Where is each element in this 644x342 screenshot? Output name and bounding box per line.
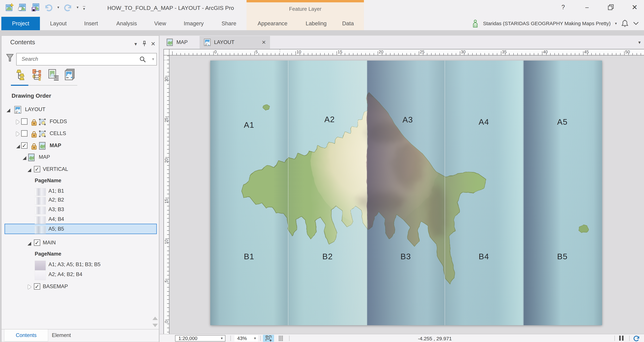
- bottom-tab-contents[interactable]: Contents: [4, 329, 48, 341]
- legend-row[interactable]: A1; B1: [2, 187, 159, 196]
- checkbox-checked[interactable]: ✓: [34, 283, 40, 290]
- legend-row[interactable]: A3; B3: [2, 205, 159, 215]
- legend-label[interactable]: A2; A4; B2; B4: [48, 271, 82, 277]
- undo-dropdown-caret[interactable]: ▾: [57, 6, 59, 9]
- tree-row-main[interactable]: ✓ MAIN: [2, 238, 159, 248]
- close-panel-icon[interactable]: ✕: [150, 41, 156, 47]
- bottom-tab-element[interactable]: Element: [52, 329, 71, 341]
- account-name[interactable]: Staridas (STARIDAS GEOGRAPHY Making Maps…: [483, 21, 611, 26]
- expander-open-icon[interactable]: [28, 242, 31, 245]
- legend-label[interactable]: A3; B3: [48, 206, 64, 212]
- expander-closed-icon[interactable]: [16, 132, 20, 136]
- legend-row[interactable]: A4; B4: [2, 215, 159, 225]
- undo-icon[interactable]: [44, 3, 53, 12]
- tree-label[interactable]: BASEMAP: [43, 283, 68, 289]
- pin-icon[interactable]: [141, 41, 148, 47]
- account-dropdown-caret[interactable]: ▾: [615, 22, 617, 25]
- view-tab-label[interactable]: MAP: [176, 39, 188, 45]
- tree-row-map-frame[interactable]: ✓ MAP: [2, 141, 159, 151]
- zoom-dropdown-caret[interactable]: ▾: [254, 336, 256, 340]
- expander-open-icon[interactable]: [28, 168, 31, 172]
- tree-label[interactable]: MAIN: [43, 240, 56, 246]
- tree-row-map[interactable]: MAP: [2, 153, 159, 163]
- customize-qat-icon[interactable]: –▾: [83, 5, 85, 10]
- refresh-icon[interactable]: [633, 335, 640, 342]
- tree-row-layout[interactable]: LAYOUT: [2, 105, 159, 115]
- snap-to-layout-button[interactable]: [263, 335, 274, 342]
- tree-row-folds[interactable]: FOLDS: [2, 117, 159, 127]
- notifications-bell-icon[interactable]: [621, 20, 628, 28]
- legend-row[interactable]: A2; B2: [2, 196, 159, 205]
- view-element-list-icon[interactable]: [48, 69, 60, 81]
- tab-overflow-caret[interactable]: ▾: [638, 40, 641, 45]
- scale-combobox[interactable]: 1:20,000 ▾: [175, 335, 226, 341]
- close-view-tab-icon[interactable]: ✕: [262, 39, 266, 46]
- close-button[interactable]: ✕: [629, 2, 640, 12]
- search-icon[interactable]: [139, 56, 146, 63]
- redo-icon[interactable]: [64, 3, 72, 12]
- checkbox-checked[interactable]: ✓: [21, 142, 28, 149]
- expander-open-icon[interactable]: [16, 145, 20, 148]
- tree-label[interactable]: VERTICAL: [43, 166, 68, 172]
- legend-row[interactable]: A1; A3; A5; B1; B3; B5: [2, 260, 159, 270]
- checkbox-unchecked[interactable]: [21, 118, 28, 125]
- checkbox-checked[interactable]: ✓: [34, 166, 40, 172]
- view-pages-icon[interactable]: [64, 69, 76, 81]
- save-project-icon[interactable]: [31, 3, 40, 12]
- tab-imagery[interactable]: Imagery: [178, 17, 210, 30]
- search-input[interactable]: Search ▾: [16, 53, 157, 66]
- tab-analysis[interactable]: Analysis: [111, 17, 142, 30]
- tree-row-vertical[interactable]: ✓ VERTICAL: [2, 165, 159, 175]
- scale-dropdown-caret[interactable]: ▾: [221, 336, 223, 340]
- tree-label[interactable]: LAYOUT: [25, 106, 46, 112]
- tree-label[interactable]: FOLDS: [50, 119, 67, 125]
- expander-open-icon[interactable]: [6, 109, 10, 112]
- help-button[interactable]: ?: [558, 2, 568, 12]
- tab-share[interactable]: Share: [216, 17, 242, 30]
- legend-label[interactable]: A1; B1: [48, 188, 64, 194]
- pause-drawing-icon[interactable]: [618, 336, 624, 341]
- grid-button[interactable]: [276, 335, 287, 342]
- restore-button[interactable]: [606, 2, 616, 12]
- filter-funnel-icon[interactable]: [6, 54, 14, 62]
- tab-labeling[interactable]: Labeling: [300, 17, 332, 30]
- tab-layout[interactable]: Layout: [45, 17, 72, 30]
- panel-menu-caret[interactable]: ▾: [132, 41, 139, 47]
- legend-row-selected[interactable]: A5; B5: [2, 225, 159, 234]
- view-tab-map[interactable]: MAP: [164, 36, 189, 49]
- tree-row-cells[interactable]: CELLS: [2, 129, 159, 139]
- view-display-order-icon[interactable]: [31, 69, 43, 81]
- minimize-button[interactable]: –: [582, 2, 592, 12]
- checkbox-unchecked[interactable]: [21, 130, 28, 137]
- view-tab-label[interactable]: LAYOUT: [214, 39, 234, 45]
- search-dropdown-caret[interactable]: ▾: [152, 57, 154, 61]
- tree-label[interactable]: CELLS: [50, 130, 66, 136]
- layout-canvas[interactable]: A1 A2 A3 A4 A5 B1 B2 B3 B4 B5: [170, 55, 644, 334]
- tab-view[interactable]: View: [149, 17, 171, 30]
- new-project-icon[interactable]: [5, 3, 14, 12]
- layout-page[interactable]: A1 A2 A3 A4 A5 B1 B2 B3 B4 B5: [210, 61, 602, 325]
- legend-label[interactable]: A4; B4: [48, 216, 64, 222]
- expander-closed-icon[interactable]: [16, 120, 20, 124]
- expander-closed-icon[interactable]: [28, 285, 31, 289]
- redo-dropdown-caret[interactable]: ▾: [77, 6, 78, 9]
- scale-value[interactable]: 1:20,000: [178, 336, 198, 341]
- checkbox-checked[interactable]: ✓: [34, 239, 40, 246]
- zoom-value[interactable]: 43%: [237, 336, 247, 341]
- tree-label[interactable]: MAP: [50, 142, 61, 149]
- tree-row-basemap[interactable]: ✓ BASEMAP: [2, 282, 159, 292]
- tab-data[interactable]: Data: [337, 17, 359, 30]
- zoom-combobox[interactable]: 43% ▾: [234, 335, 258, 341]
- legend-label[interactable]: A1; A3; A5; B1; B3; B5: [48, 261, 100, 267]
- legend-label[interactable]: A2; B2: [48, 197, 64, 203]
- tree-label[interactable]: MAP: [39, 154, 50, 160]
- view-tab-layout[interactable]: LAYOUT ✕: [200, 36, 270, 49]
- tab-project[interactable]: Project: [1, 17, 40, 30]
- view-drawing-order-icon[interactable]: [14, 69, 27, 81]
- legend-row[interactable]: A2; A4; B2; B4: [2, 270, 159, 280]
- scroll-down-icon[interactable]: [152, 324, 158, 327]
- scroll-up-icon[interactable]: [152, 317, 158, 320]
- open-project-icon[interactable]: [18, 3, 27, 12]
- tab-insert[interactable]: Insert: [78, 17, 104, 30]
- legend-label[interactable]: A5; B5: [48, 226, 64, 232]
